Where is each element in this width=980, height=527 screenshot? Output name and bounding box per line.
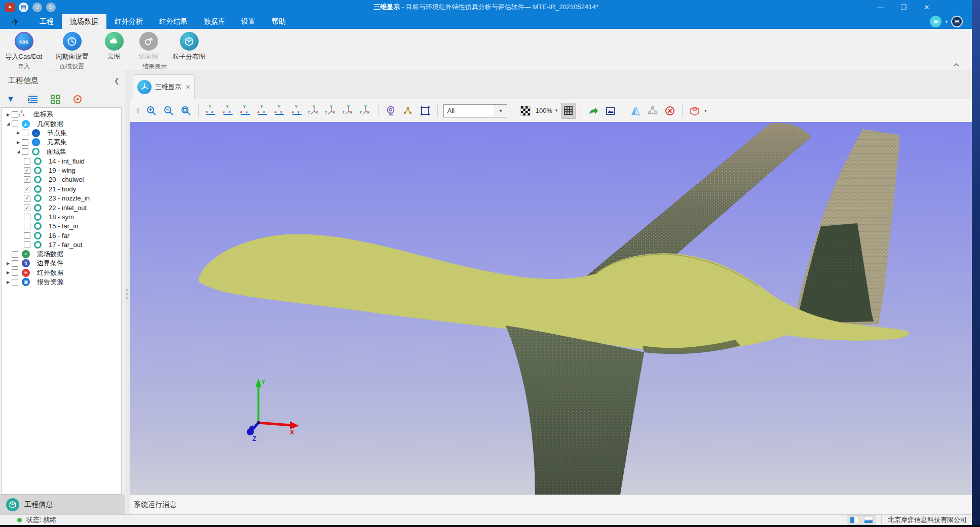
menu-item-设置[interactable]: 设置 bbox=[233, 14, 263, 29]
tree-item[interactable]: ▶✳红外数据 bbox=[2, 268, 121, 277]
toolbar-grip[interactable]: ‖ bbox=[137, 107, 140, 115]
tree-item[interactable]: ✓22 - inlet_out bbox=[2, 203, 121, 212]
redo-icon[interactable]: ↻ bbox=[46, 3, 56, 12]
zoom-fit-button[interactable] bbox=[178, 103, 194, 119]
view-iso-2-button[interactable]: Yzx bbox=[324, 103, 339, 119]
import-cas-dat-button[interactable]: cas 导入Cas/Dat bbox=[2, 31, 46, 61]
app-icon[interactable]: ✦ bbox=[5, 3, 15, 12]
checkbox[interactable]: ✓ bbox=[24, 195, 30, 201]
package-button[interactable] bbox=[687, 103, 702, 119]
tree-item[interactable]: 16 - far bbox=[2, 231, 121, 240]
checkbox[interactable] bbox=[12, 269, 18, 276]
display-filter-combo[interactable]: All ▼ bbox=[443, 104, 507, 117]
target-icon[interactable] bbox=[72, 94, 83, 105]
filter-icon[interactable]: ▼ bbox=[5, 94, 16, 105]
package-dropdown-icon[interactable]: ▾ bbox=[704, 108, 707, 113]
view-xz-button[interactable]: Yxz bbox=[203, 103, 218, 119]
expanded-arrow-icon[interactable]: ◢ bbox=[15, 149, 22, 154]
collapsed-arrow-icon[interactable]: ▶ bbox=[5, 280, 12, 285]
view-xz-back-button[interactable]: Yxz bbox=[238, 103, 253, 119]
view-zx-back-button[interactable]: Yzx bbox=[255, 103, 270, 119]
view-iso-1-button[interactable]: Yzx bbox=[307, 103, 322, 119]
panel-collapse-button[interactable]: ❮ bbox=[114, 77, 120, 85]
tree-item[interactable]: 18 - sym bbox=[2, 212, 121, 221]
collapsed-arrow-icon[interactable]: ▶ bbox=[15, 131, 22, 135]
checkbox[interactable] bbox=[12, 120, 18, 127]
menu-item-帮助[interactable]: 帮助 bbox=[263, 14, 294, 29]
tab-close-icon[interactable]: ✕ bbox=[185, 84, 191, 91]
viewport-3d[interactable]: Y X Z bbox=[130, 122, 972, 495]
checkbox[interactable] bbox=[12, 279, 18, 286]
transparency-button[interactable] bbox=[518, 103, 533, 119]
checkbox[interactable] bbox=[22, 139, 28, 146]
collapsed-arrow-icon[interactable]: ▶ bbox=[5, 261, 12, 266]
collapsed-arrow-icon[interactable]: ▶ bbox=[15, 140, 22, 145]
undo-icon[interactable]: ↺ bbox=[32, 3, 42, 12]
tab-3d-view[interactable]: 三维显示 ✕ bbox=[133, 74, 195, 99]
tree-item[interactable]: 14 - int_fluid bbox=[2, 156, 121, 166]
contour-plot-button[interactable]: 云图 bbox=[98, 31, 130, 61]
collapsed-arrow-icon[interactable]: ▶ bbox=[5, 270, 12, 275]
minimize-button[interactable]: — bbox=[869, 0, 892, 14]
layout-left-panel-icon[interactable] bbox=[847, 516, 861, 524]
collapsed-arrow-icon[interactable]: ▶ bbox=[5, 112, 12, 117]
view-zy-bottom-button[interactable]: Yzy bbox=[289, 103, 305, 119]
expanded-arrow-icon[interactable]: ◢ bbox=[5, 121, 12, 126]
checkbox[interactable]: ✓ bbox=[24, 167, 30, 174]
ribbon-collapse-button[interactable] bbox=[953, 63, 960, 68]
checkbox[interactable] bbox=[24, 241, 30, 248]
view-zx-button[interactable]: Yzx bbox=[220, 103, 236, 119]
zoom-in-button[interactable] bbox=[144, 103, 159, 119]
combo-dropdown-icon[interactable]: ▼ bbox=[495, 105, 507, 117]
theme-icon[interactable]: ▣ bbox=[930, 16, 941, 27]
checkbox[interactable] bbox=[24, 158, 30, 165]
checkbox[interactable] bbox=[24, 232, 30, 239]
tree-item[interactable]: ✓23 - nozzle_in bbox=[2, 194, 121, 203]
save-document-icon[interactable]: ▤ bbox=[19, 3, 28, 12]
checkbox[interactable] bbox=[22, 130, 28, 136]
tree-item[interactable]: ✓21 - body bbox=[2, 184, 121, 193]
node-select-button[interactable] bbox=[400, 103, 416, 119]
probe-point-button[interactable] bbox=[383, 103, 398, 119]
periodic-face-settings-button[interactable]: 周期面设置 bbox=[50, 31, 94, 61]
menu-item-数据库[interactable]: 数据库 bbox=[196, 14, 233, 29]
checkbox[interactable]: ✓ bbox=[24, 176, 30, 183]
checkbox[interactable]: ✓ bbox=[24, 205, 30, 211]
tree-item[interactable]: ▶⇅边界条件 bbox=[2, 259, 121, 268]
theme-dropdown-icon[interactable]: ▾ bbox=[945, 19, 948, 24]
zoom-out-button[interactable] bbox=[161, 103, 176, 119]
menu-item-工程[interactable]: 工程 bbox=[31, 14, 62, 29]
help-book-icon[interactable]: ▤ bbox=[951, 16, 963, 27]
tree-item[interactable]: ✓20 - chuiwei bbox=[2, 175, 121, 184]
tree-item[interactable]: ◢面域集 bbox=[2, 147, 121, 156]
tree-item[interactable]: 17 - far_out bbox=[2, 240, 121, 249]
checkbox[interactable]: ✓ bbox=[24, 186, 30, 192]
box-select-button[interactable] bbox=[418, 103, 433, 119]
checkbox[interactable] bbox=[24, 223, 30, 229]
checkbox[interactable] bbox=[12, 251, 18, 258]
tree-item[interactable]: ▶◌元素集 bbox=[2, 138, 121, 147]
restore-button[interactable]: ❐ bbox=[892, 0, 915, 14]
tree-item[interactable]: ◢◭几何数据 bbox=[2, 119, 121, 128]
close-button[interactable]: ✕ bbox=[915, 0, 938, 14]
mirror-button[interactable] bbox=[628, 103, 643, 119]
checkbox[interactable] bbox=[12, 260, 18, 267]
zoom-level-dropdown[interactable]: 100%▼ bbox=[536, 107, 558, 114]
share-view-button[interactable] bbox=[645, 103, 660, 119]
tree-item[interactable]: ✓19 - wing bbox=[2, 166, 121, 175]
menu-item-红外分析[interactable]: 红外分析 bbox=[106, 14, 151, 29]
mesh-toggle-button[interactable] bbox=[561, 103, 576, 119]
panel-splitter[interactable] bbox=[125, 70, 130, 514]
view-iso-4-button[interactable]: Yzx bbox=[358, 103, 373, 119]
tree-item[interactable]: ▶↔节点集 bbox=[2, 129, 121, 138]
tree-item[interactable]: ▶▣报告资源 bbox=[2, 277, 121, 287]
checkbox[interactable] bbox=[24, 214, 30, 220]
tree-item[interactable]: 15 - far_in bbox=[2, 222, 121, 231]
screenshot-button[interactable] bbox=[603, 103, 618, 119]
export-view-button[interactable] bbox=[586, 103, 601, 119]
slice-plot-button[interactable]: 切面图 bbox=[133, 31, 164, 61]
view-iso-3-button[interactable]: Yzx bbox=[341, 103, 356, 119]
cancel-button[interactable] bbox=[662, 103, 677, 119]
view-zy-button[interactable]: Yzy bbox=[272, 103, 287, 119]
menu-item-流场数据[interactable]: 流场数据 bbox=[62, 14, 106, 29]
